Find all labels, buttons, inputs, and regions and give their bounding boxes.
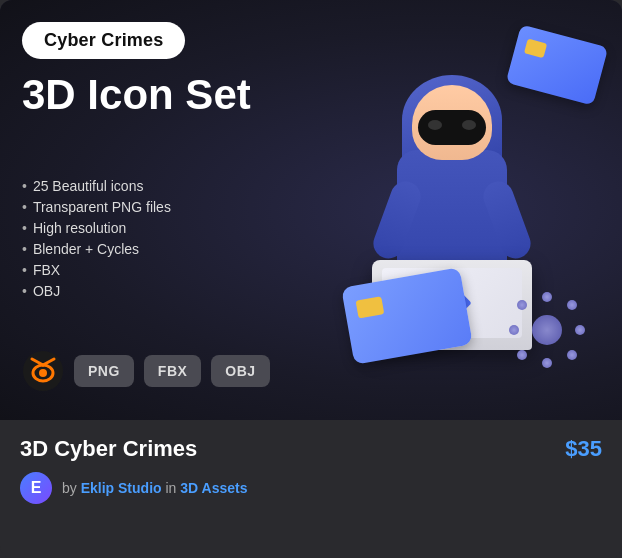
author-avatar[interactable]: E [20, 472, 52, 504]
main-title: 3D Icon Set [22, 72, 251, 118]
format-badges: PNG FBX OBJ [22, 350, 270, 392]
features-list: 25 Beautiful icons Transparent PNG files… [22, 178, 171, 304]
feature-item: OBJ [22, 283, 171, 299]
author-initial: E [31, 479, 42, 497]
price-badge: $35 [565, 436, 602, 462]
obj-badge: OBJ [211, 355, 269, 387]
character-illustration [312, 20, 592, 380]
title-price-row: 3D Cyber Crimes $35 [20, 436, 602, 462]
png-badge: PNG [74, 355, 134, 387]
category-link[interactable]: 3D Assets [180, 480, 247, 496]
svg-point-2 [39, 369, 47, 377]
feature-item: High resolution [22, 220, 171, 236]
info-bar: 3D Cyber Crimes $35 E by Eklip Studio in… [0, 420, 622, 558]
author-prefix: by [62, 480, 81, 496]
tag-pill: Cyber Crimes [22, 22, 185, 59]
in-text: in [165, 480, 180, 496]
feature-item: Transparent PNG files [22, 199, 171, 215]
tag-label: Cyber Crimes [44, 30, 163, 50]
mask-eye-left [428, 120, 442, 130]
blender-icon [22, 350, 64, 392]
author-text: by Eklip Studio in 3D Assets [62, 480, 247, 496]
hacker-mask [418, 110, 486, 145]
virus-shape [507, 290, 587, 370]
feature-item: 25 Beautiful icons [22, 178, 171, 194]
author-link[interactable]: Eklip Studio [81, 480, 162, 496]
fbx-badge: FBX [144, 355, 202, 387]
credit-card-bottom [341, 267, 473, 365]
author-row: E by Eklip Studio in 3D Assets [20, 472, 602, 504]
product-card: Cyber Crimes 3D Icon Set 25 Beautiful ic… [0, 0, 622, 558]
preview-area[interactable]: Cyber Crimes 3D Icon Set 25 Beautiful ic… [0, 0, 622, 420]
mask-eye-right [462, 120, 476, 130]
feature-item: FBX [22, 262, 171, 278]
feature-item: Blender + Cycles [22, 241, 171, 257]
product-title: 3D Cyber Crimes [20, 436, 197, 462]
